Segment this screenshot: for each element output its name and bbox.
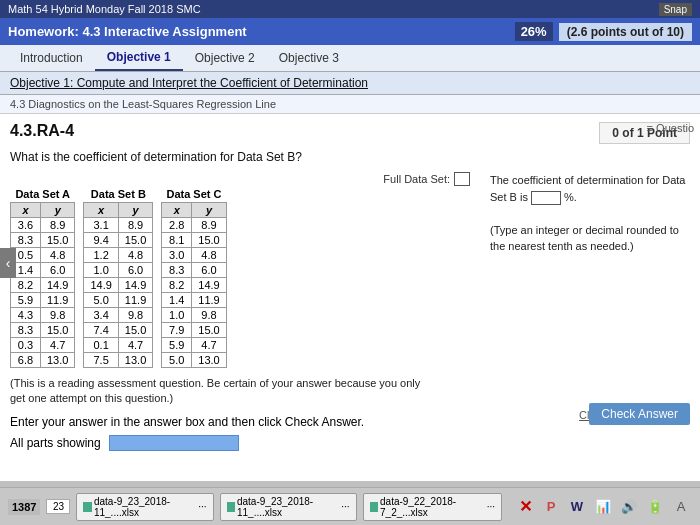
table-cell: 7.5 xyxy=(84,353,118,368)
table-row: 0.14.7 xyxy=(84,338,153,353)
reading-note: (This is a reading assessment question. … xyxy=(10,376,430,407)
sub-bar: 4.3 Diagnostics on the Least-Squares Reg… xyxy=(0,95,700,114)
question-text: What is the coefficient of determination… xyxy=(10,150,690,164)
table-cell: 1.4 xyxy=(162,293,192,308)
table-cell: 4.7 xyxy=(41,338,75,353)
snap-button[interactable]: Snap xyxy=(659,3,692,16)
file-dots-0: ··· xyxy=(198,501,206,512)
table-row: 6.813.0 xyxy=(11,353,75,368)
hint-text: The coefficient of determination for Dat… xyxy=(490,172,690,255)
taskbar: 1387 23 data-9_23_2018-11_....xlsx ··· d… xyxy=(0,487,700,525)
hw-bar: Homework: 4.3 Interactive Assignment 26%… xyxy=(0,18,700,45)
table-cell: 1.0 xyxy=(162,308,192,323)
table-cell: 15.0 xyxy=(118,323,152,338)
table-row: 8.214.9 xyxy=(11,278,75,293)
table-b-header-y: y xyxy=(118,203,152,218)
question-icon[interactable]: ≡ Questio xyxy=(647,122,694,134)
table-b-title: Data Set B xyxy=(83,188,153,200)
table-row: 8.315.0 xyxy=(11,323,75,338)
taskbar-date-num: 23 xyxy=(53,501,64,512)
file-dots-2: ··· xyxy=(487,501,495,512)
ra-header: 4.3.RA-4 0 of 1 Point xyxy=(10,122,690,144)
table-row: 4.39.8 xyxy=(11,308,75,323)
file-icon-2 xyxy=(370,502,378,512)
prev-arrow[interactable]: ‹ xyxy=(0,248,16,278)
parts-bar xyxy=(109,435,239,451)
table-row: 1.24.8 xyxy=(84,248,153,263)
taskbar-item-0[interactable]: data-9_23_2018-11_....xlsx ··· xyxy=(76,493,213,521)
table-cell: 1.0 xyxy=(84,263,118,278)
full-dataset-icon[interactable] xyxy=(454,172,470,186)
right-column: The coefficient of determination for Dat… xyxy=(490,172,690,255)
left-column: Full Data Set: Data Set A x y xyxy=(10,172,480,451)
table-cell: 9.8 xyxy=(118,308,152,323)
table-cell: 13.0 xyxy=(118,353,152,368)
taskbar-item-1[interactable]: data-9_23_2018-11_....xlsx ··· xyxy=(220,493,357,521)
table-cell: 15.0 xyxy=(192,233,226,248)
table-row: 1.06.0 xyxy=(84,263,153,278)
all-parts-label: All parts showing xyxy=(10,436,101,450)
table-cell: 6.0 xyxy=(118,263,152,278)
table-a-title: Data Set A xyxy=(10,188,75,200)
table-cell: 9.8 xyxy=(41,308,75,323)
sound-icon[interactable]: 🔊 xyxy=(618,496,640,518)
table-cell: 8.9 xyxy=(192,218,226,233)
table-row: 0.54.8 xyxy=(11,248,75,263)
x-icon[interactable]: ✕ xyxy=(514,496,536,518)
table-row: 9.415.0 xyxy=(84,233,153,248)
table-cell: 0.1 xyxy=(84,338,118,353)
table-a-container: Data Set A x y 3.68.98.315.00.54.81.46.0… xyxy=(10,188,75,368)
check-answer-button[interactable]: Check Answer xyxy=(589,403,690,425)
taskbar-time: 1387 xyxy=(8,499,40,515)
hint-text-3: (Type an integer or decimal rounded to t… xyxy=(490,224,679,253)
table-cell: 4.7 xyxy=(118,338,152,353)
table-cell: 5.0 xyxy=(84,293,118,308)
table-cell: 4.7 xyxy=(192,338,226,353)
table-cell: 15.0 xyxy=(41,323,75,338)
table-c-title: Data Set C xyxy=(161,188,226,200)
nav-tabs: Introduction Objective 1 Objective 2 Obj… xyxy=(0,45,700,72)
tab-objective3[interactable]: Objective 3 xyxy=(267,46,351,70)
table-cell: 6.0 xyxy=(41,263,75,278)
table-row: 2.88.9 xyxy=(162,218,226,233)
table-cell: 4.8 xyxy=(118,248,152,263)
main-content: 4.3.RA-4 0 of 1 Point ≡ Questio What is … xyxy=(0,114,700,481)
table-cell: 3.6 xyxy=(11,218,41,233)
table-cell: 8.1 xyxy=(162,233,192,248)
table-cell: 1.2 xyxy=(84,248,118,263)
coefficient-input[interactable] xyxy=(531,191,561,205)
course-title: Math 54 Hybrid Monday Fall 2018 SMC xyxy=(8,3,201,15)
table-cell: 7.4 xyxy=(84,323,118,338)
table-cell: 0.3 xyxy=(11,338,41,353)
table-b-header-x: x xyxy=(84,203,118,218)
table-c-container: Data Set C x y 2.88.98.115.03.04.88.36.0… xyxy=(161,188,226,368)
tab-introduction[interactable]: Introduction xyxy=(8,46,95,70)
taskbar-item-2[interactable]: data-9_22_2018-7_2_...xlsx ··· xyxy=(363,493,502,521)
table-cell: 14.9 xyxy=(192,278,226,293)
powerpoint-icon[interactable]: P xyxy=(540,496,562,518)
table-c-header-y: y xyxy=(192,203,226,218)
hw-title: Homework: 4.3 Interactive Assignment xyxy=(8,24,247,39)
table-row: 3.68.9 xyxy=(11,218,75,233)
file-label-0: data-9_23_2018-11_....xlsx xyxy=(94,496,196,518)
table-cell: 3.0 xyxy=(162,248,192,263)
table-row: 1.46.0 xyxy=(11,263,75,278)
apple-icon[interactable]: A xyxy=(670,496,692,518)
tab-objective2[interactable]: Objective 2 xyxy=(183,46,267,70)
table-cell: 14.9 xyxy=(118,278,152,293)
table-row: 5.94.7 xyxy=(162,338,226,353)
table-row: 5.011.9 xyxy=(84,293,153,308)
table-row: 7.915.0 xyxy=(162,323,226,338)
table-b-container: Data Set B x y 3.18.99.415.01.24.81.06.0… xyxy=(83,188,153,368)
battery-icon[interactable]: 🔋 xyxy=(644,496,666,518)
table-cell: 9.8 xyxy=(192,308,226,323)
table-row: 5.911.9 xyxy=(11,293,75,308)
chart-icon[interactable]: 📊 xyxy=(592,496,614,518)
table-cell: 15.0 xyxy=(41,233,75,248)
word-icon[interactable]: W xyxy=(566,496,588,518)
file-icon-0 xyxy=(83,502,91,512)
table-cell: 5.9 xyxy=(162,338,192,353)
table-cell: 15.0 xyxy=(192,323,226,338)
table-a-header-y: y xyxy=(41,203,75,218)
tab-objective1[interactable]: Objective 1 xyxy=(95,45,183,71)
